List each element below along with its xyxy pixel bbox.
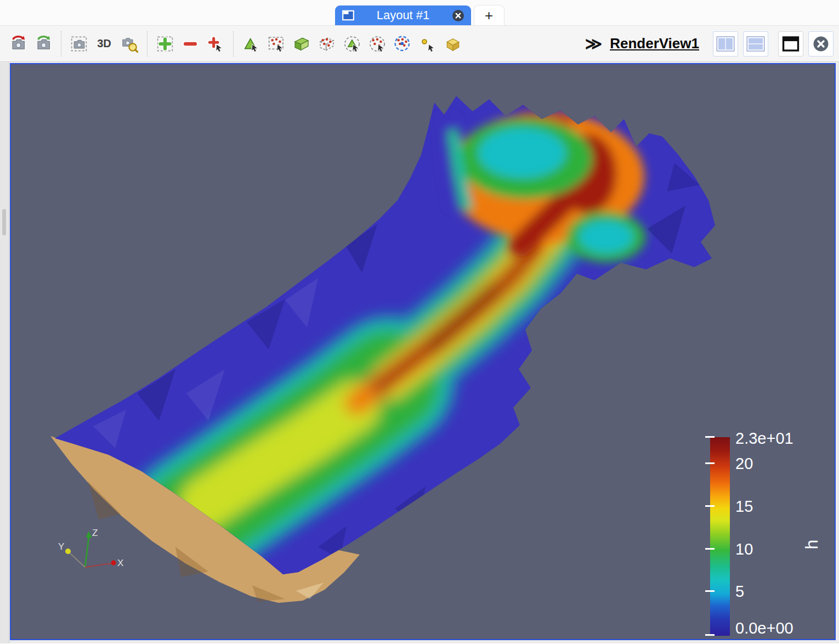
toolbar-separator: [233, 31, 234, 57]
interactive-select-cells-button[interactable]: [391, 32, 414, 55]
select-cells-on-button[interactable]: [240, 32, 263, 55]
zoom-to-box-button[interactable]: [67, 32, 90, 55]
toggle-selection-icon: [207, 35, 224, 53]
splitter-handle[interactable]: [2, 209, 6, 235]
color-legend-bar[interactable]: [710, 437, 730, 636]
add-selection-icon: [156, 35, 174, 53]
close-view-icon: [812, 35, 830, 53]
select-cells-on-icon: [242, 35, 260, 53]
reset-camera-closest-icon: [35, 35, 52, 53]
render-view-title: RenderView1: [610, 35, 699, 52]
toggle-3d-button[interactable]: 3D: [93, 32, 116, 55]
select-points-on-button[interactable]: [265, 32, 288, 55]
tab-bar: Layout #1 +: [0, 0, 839, 26]
maximize-icon: [781, 35, 800, 53]
select-cells-polygon-icon: [343, 35, 361, 53]
toolbar: 3D ≫ RenderView1: [0, 26, 839, 62]
subtract-selection-button[interactable]: [179, 32, 202, 55]
toolbar-separator: [147, 31, 148, 57]
terrain-mesh: [50, 96, 715, 603]
toolbar-groups: 3D: [5, 31, 466, 57]
hover-points-query-button[interactable]: [416, 32, 439, 55]
new-tab-button[interactable]: +: [474, 5, 504, 25]
tab-title: Layout #1: [361, 8, 445, 22]
select-points-polygon-button[interactable]: [366, 32, 389, 55]
toolbar-separator: [61, 31, 61, 57]
select-cells-polygon-button[interactable]: [341, 32, 364, 55]
render-view[interactable]: Z X Y 2.3e+01 20 15 10 5 0.0e+00 h: [10, 63, 836, 640]
split-vertical-button[interactable]: [743, 31, 768, 57]
zoom-to-box-icon: [70, 35, 88, 53]
select-points-through-button[interactable]: [315, 32, 338, 55]
tab-close-icon[interactable]: [452, 9, 464, 22]
subtract-selection-icon: [182, 35, 199, 53]
select-points-on-icon: [268, 35, 285, 53]
toggle-3d-label: 3D: [97, 37, 111, 50]
zoom-to-data-button[interactable]: [118, 32, 141, 55]
tab-layout-1[interactable]: Layout #1: [335, 5, 471, 25]
left-panel-splitter[interactable]: [0, 62, 9, 643]
new-tab-label: +: [485, 7, 493, 24]
selection-appearance-button[interactable]: [441, 32, 464, 55]
split-horizontal-button[interactable]: [713, 31, 738, 57]
select-cells-through-button[interactable]: [290, 32, 313, 55]
toolbar-expander-icon[interactable]: ≫: [582, 34, 605, 53]
reset-camera-button[interactable]: [7, 32, 30, 55]
split-vertical-icon: [746, 35, 765, 53]
toggle-selection-button[interactable]: [204, 32, 227, 55]
select-points-polygon-icon: [369, 35, 386, 53]
select-cells-through-icon: [293, 35, 310, 53]
maximize-view-button[interactable]: [778, 31, 803, 57]
select-points-through-icon: [318, 35, 336, 53]
reset-camera-closest-button[interactable]: [32, 32, 55, 55]
viewport-area: Z X Y 2.3e+01 20 15 10 5 0.0e+00 h: [0, 62, 839, 643]
split-horizontal-icon: [716, 35, 735, 53]
layout-window-icon: [342, 9, 355, 22]
reset-camera-icon: [9, 35, 27, 53]
add-selection-button[interactable]: [154, 32, 177, 55]
interactive-select-cells-icon: [394, 35, 411, 53]
zoom-to-data-icon: [121, 35, 138, 53]
hover-points-query-icon: [419, 35, 436, 53]
close-view-button[interactable]: [808, 31, 834, 57]
selection-appearance-icon: [444, 35, 462, 53]
